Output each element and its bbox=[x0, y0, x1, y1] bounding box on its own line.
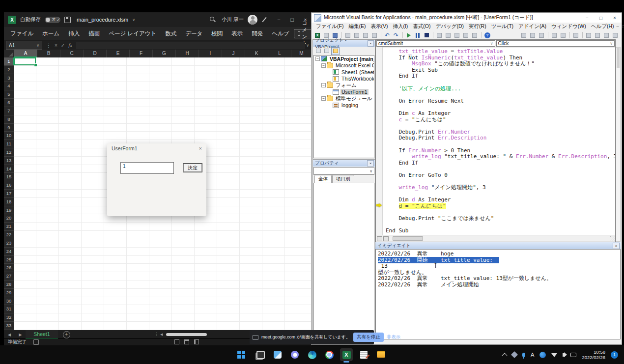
grid-cell[interactable] bbox=[14, 214, 36, 223]
grid-cell[interactable] bbox=[195, 256, 217, 264]
grid-cell[interactable] bbox=[82, 289, 104, 297]
grid-cell[interactable] bbox=[36, 173, 59, 181]
grid-cell[interactable] bbox=[59, 173, 82, 181]
row-header[interactable]: 31 bbox=[4, 305, 14, 313]
grid-cell[interactable] bbox=[127, 239, 149, 248]
grid-cell[interactable] bbox=[82, 256, 104, 264]
grid-cell[interactable] bbox=[14, 181, 36, 190]
grid-cell[interactable] bbox=[262, 66, 285, 74]
grid-cell[interactable] bbox=[104, 256, 127, 264]
grid-cell[interactable] bbox=[240, 165, 262, 173]
grid-cell[interactable] bbox=[14, 57, 36, 66]
wifi-icon[interactable] bbox=[551, 353, 557, 357]
grid-cell[interactable] bbox=[82, 248, 104, 256]
grid-cell[interactable] bbox=[14, 148, 36, 157]
grid-cell[interactable] bbox=[240, 74, 262, 83]
ribbon-tab[interactable]: 挿入 bbox=[64, 27, 84, 40]
grid-cell[interactable] bbox=[127, 256, 149, 264]
grid-cell[interactable] bbox=[36, 132, 59, 140]
grid-cell[interactable] bbox=[172, 231, 195, 239]
grid-cell[interactable] bbox=[172, 132, 195, 140]
grid-cell[interactable] bbox=[240, 99, 262, 107]
complete-word-icon[interactable] bbox=[538, 31, 545, 39]
row-header[interactable]: 5 bbox=[4, 90, 14, 99]
full-module-view-button[interactable] bbox=[383, 236, 389, 241]
grid-cell[interactable] bbox=[240, 181, 262, 190]
grid-cell[interactable] bbox=[36, 148, 59, 157]
menu-item[interactable]: ツール(T) bbox=[489, 23, 516, 30]
column-header[interactable]: J bbox=[222, 50, 245, 57]
grid-cell[interactable] bbox=[82, 297, 104, 306]
grid-cell[interactable] bbox=[285, 74, 312, 83]
grid-cell[interactable] bbox=[82, 264, 104, 272]
userform-submit-button[interactable]: 決定 bbox=[183, 163, 202, 172]
grid-cell[interactable] bbox=[14, 107, 36, 115]
grid-cell[interactable] bbox=[240, 280, 262, 289]
row-header[interactable]: 7 bbox=[4, 107, 14, 115]
menu-item[interactable]: デバッグ(D) bbox=[433, 23, 467, 30]
grid-cell[interactable] bbox=[172, 223, 195, 231]
grid-cell[interactable] bbox=[36, 157, 59, 165]
grid-cell[interactable] bbox=[285, 231, 312, 239]
grid-cell[interactable] bbox=[82, 66, 104, 74]
formula-input[interactable] bbox=[76, 42, 305, 49]
grid-cell[interactable] bbox=[285, 132, 312, 140]
column-header[interactable]: H bbox=[176, 50, 199, 57]
grid-cell[interactable] bbox=[59, 223, 82, 231]
grid-cell[interactable] bbox=[217, 322, 240, 330]
expander-icon[interactable]: − bbox=[321, 96, 326, 101]
undo-icon[interactable] bbox=[383, 31, 391, 39]
taskbar-task-view-icon[interactable] bbox=[254, 348, 267, 361]
grid-cell[interactable] bbox=[149, 107, 172, 115]
grid-cell[interactable] bbox=[82, 214, 104, 223]
grid-cell[interactable] bbox=[82, 272, 104, 280]
immediate-header[interactable]: イミディエイト × bbox=[375, 242, 621, 249]
taskbar-chat-icon[interactable] bbox=[288, 348, 301, 361]
grid-cell[interactable] bbox=[217, 148, 240, 157]
grid-cell[interactable] bbox=[59, 198, 82, 206]
grid-cell[interactable] bbox=[14, 198, 36, 206]
grid-cell[interactable] bbox=[240, 322, 262, 330]
grid-cell[interactable] bbox=[285, 206, 312, 215]
taskbar-widgets-icon[interactable] bbox=[271, 348, 284, 361]
grid-cell[interactable] bbox=[36, 239, 59, 248]
sheet-nav-right-icon[interactable]: ▶ bbox=[15, 333, 26, 337]
grid-cell[interactable] bbox=[149, 297, 172, 306]
grid-cell[interactable] bbox=[36, 107, 59, 115]
grid-cell[interactable] bbox=[285, 173, 312, 181]
grid-cell[interactable] bbox=[217, 74, 240, 83]
grid-cell[interactable] bbox=[285, 99, 312, 107]
grid-cell[interactable] bbox=[36, 206, 59, 215]
grid-cell[interactable] bbox=[104, 107, 127, 115]
grid-cell[interactable] bbox=[59, 115, 82, 124]
grid-cell[interactable] bbox=[149, 57, 172, 66]
row-header[interactable]: 1 bbox=[4, 57, 14, 66]
grid-cell[interactable] bbox=[172, 248, 195, 256]
grid-cell[interactable] bbox=[240, 140, 262, 148]
grid-cell[interactable] bbox=[59, 289, 82, 297]
grid-cell[interactable] bbox=[172, 82, 195, 90]
object-browser-icon[interactable] bbox=[462, 31, 470, 39]
grid-cell[interactable] bbox=[262, 57, 285, 66]
grid-cell[interactable] bbox=[240, 223, 262, 231]
select-all-corner[interactable] bbox=[4, 50, 14, 57]
toolbox-icon[interactable] bbox=[471, 31, 479, 39]
grid-cell[interactable] bbox=[262, 165, 285, 173]
grid-cell[interactable] bbox=[285, 322, 312, 330]
grid-cell[interactable] bbox=[262, 289, 285, 297]
view-object-icon[interactable] bbox=[323, 48, 330, 55]
grid-cell[interactable] bbox=[36, 223, 59, 231]
grid-cell[interactable] bbox=[82, 198, 104, 206]
toggle-bookmark-icon[interactable] bbox=[602, 31, 610, 39]
grid-cell[interactable] bbox=[104, 74, 127, 83]
grid-cell[interactable] bbox=[36, 74, 59, 83]
grid-cell[interactable] bbox=[195, 280, 217, 289]
row-header[interactable]: 15 bbox=[4, 173, 14, 181]
ribbon-tab[interactable]: データ bbox=[181, 27, 207, 40]
sheet-nav-left-icon[interactable]: ◀ bbox=[4, 333, 15, 337]
grid-cell[interactable] bbox=[149, 115, 172, 124]
grid-cell[interactable] bbox=[217, 223, 240, 231]
grid-cell[interactable] bbox=[14, 66, 36, 74]
grid-cell[interactable] bbox=[14, 289, 36, 297]
column-header[interactable]: E bbox=[107, 50, 130, 57]
